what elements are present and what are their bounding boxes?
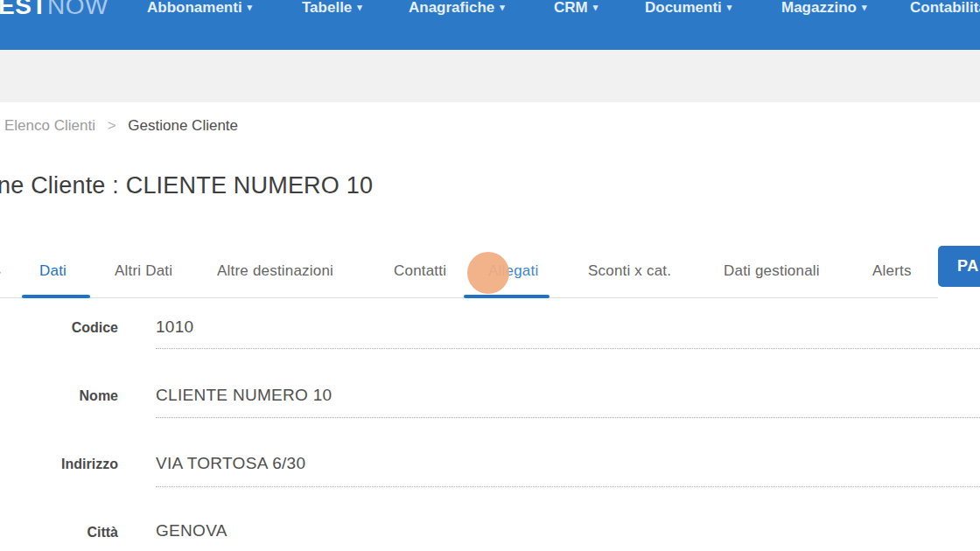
customer-form: Codice 1010 Nome CLIENTE NUMERO 10 Indir…: [0, 0, 980, 551]
field-codice-underline: [156, 348, 980, 349]
field-indirizzo-label: Indirizzo: [0, 457, 118, 472]
field-nome-underline: [156, 417, 980, 418]
field-indirizzo-underline: [156, 486, 980, 487]
field-codice-label: Codice: [0, 320, 118, 336]
app-window: ESTNOW Abbonamenti▾ Tabelle▾ Anagrafiche…: [0, 0, 980, 551]
field-indirizzo-value[interactable]: VIA TORTOSA 6/30: [156, 454, 305, 473]
field-nome-label: Nome: [0, 388, 118, 404]
field-citta-value[interactable]: GENOVA: [156, 521, 228, 541]
field-citta-label: Città: [0, 525, 118, 541]
field-nome-value[interactable]: CLIENTE NUMERO 10: [156, 386, 332, 405]
field-codice-value[interactable]: 1010: [156, 317, 193, 337]
